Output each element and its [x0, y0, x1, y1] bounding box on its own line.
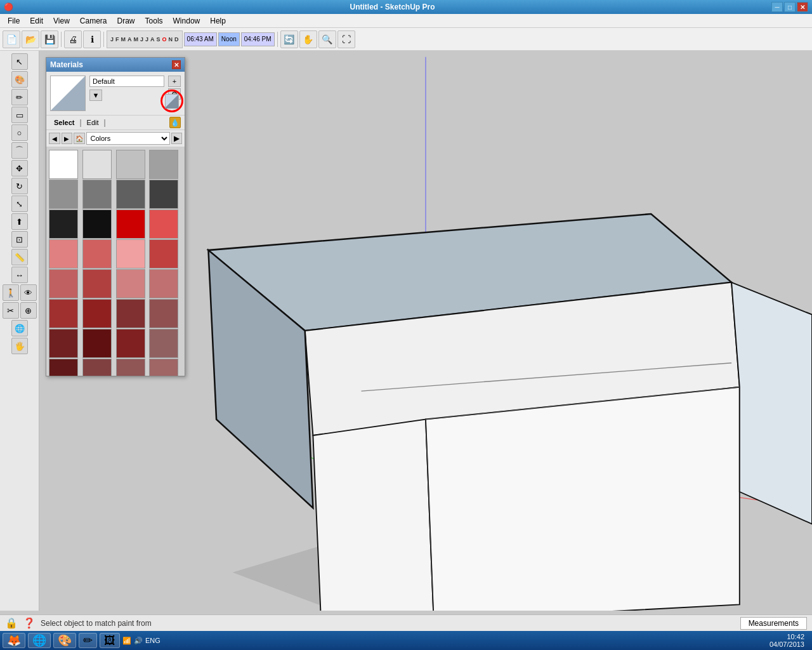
taskbar-app4[interactable]: 🖼	[100, 633, 120, 648]
color-swatch-11[interactable]	[149, 209, 178, 239]
sun-position-strip: J F M A M J J A S O N D	[107, 30, 183, 48]
model-info-button[interactable]: ℹ	[83, 30, 101, 48]
paint-tool[interactable]: 🎨	[11, 71, 28, 88]
menu-tools[interactable]: Tools	[140, 15, 168, 27]
circle-tool[interactable]: ○	[11, 124, 28, 141]
start-button[interactable]: 🦊	[3, 633, 25, 648]
svg-marker-8	[313, 420, 433, 611]
offset-tool[interactable]: ⊡	[11, 231, 28, 248]
color-swatch-23[interactable]	[149, 299, 178, 328]
taskbar-app2[interactable]: 🎨	[53, 633, 76, 648]
create-material-btn[interactable]: +	[168, 76, 181, 87]
color-swatch-10[interactable]	[116, 209, 145, 239]
orbit-tool[interactable]: 🌐	[11, 320, 28, 336]
save-button[interactable]: 💾	[41, 30, 58, 48]
category-select[interactable]: Colors Asphalt and Concrete Brick and Cl…	[86, 132, 170, 145]
zoom-extent-button[interactable]: ⛶	[337, 30, 355, 48]
add-to-model-button[interactable]: ▶	[171, 133, 183, 144]
canvas-area[interactable]: Materials ✕ ▼ + ⚙	[39, 51, 812, 611]
sample-paint-button[interactable]: 💧	[169, 117, 181, 128]
color-swatch-31[interactable]	[149, 359, 178, 376]
material-options-btn[interactable]: ⚙	[168, 88, 181, 100]
mat-menu-btn[interactable]: ▼	[89, 90, 102, 101]
color-swatch-6[interactable]	[116, 180, 145, 209]
open-button[interactable]: 📂	[22, 30, 39, 48]
arc-tool[interactable]: ⌒	[11, 142, 28, 159]
color-swatch-28[interactable]	[49, 359, 78, 376]
time-noon-display: Noon	[218, 32, 240, 46]
move-tool[interactable]: ✥	[11, 160, 28, 176]
color-swatch-12[interactable]	[49, 239, 78, 269]
color-swatch-16[interactable]	[49, 269, 78, 298]
color-swatch-27[interactable]	[149, 329, 178, 358]
color-swatch-30[interactable]	[116, 359, 145, 376]
scale-tool[interactable]: ⤡	[11, 196, 28, 212]
color-swatch-18[interactable]	[116, 269, 145, 298]
color-swatch-8[interactable]	[49, 209, 78, 239]
axes-tool[interactable]: ⊕	[20, 302, 37, 319]
color-swatch-13[interactable]	[82, 239, 112, 269]
color-swatch-15[interactable]	[149, 239, 178, 269]
menu-help[interactable]: Help	[205, 15, 231, 27]
color-swatch-25[interactable]	[82, 329, 112, 358]
color-swatch-19[interactable]	[149, 269, 178, 298]
tape-measure-tool[interactable]: 📏	[11, 249, 28, 265]
minimize-button[interactable]: ─	[771, 2, 783, 12]
status-icon-2[interactable]: ❓	[23, 617, 36, 629]
select-tool[interactable]: ↖	[11, 53, 28, 70]
color-swatch-3[interactable]	[149, 150, 178, 179]
nav-back-button[interactable]: ◀	[49, 133, 60, 144]
orbit-button[interactable]: 🔄	[280, 30, 298, 48]
menu-view[interactable]: View	[48, 15, 75, 27]
erase-tool[interactable]: ✏	[11, 89, 28, 105]
select-tab[interactable]: Select	[50, 117, 78, 128]
walk-tool[interactable]: 🚶	[3, 284, 19, 301]
color-swatch-20[interactable]	[49, 299, 78, 328]
nav-home-button[interactable]: 🏠	[74, 133, 85, 144]
taskbar-clock: 10:42 04/07/2013	[769, 633, 809, 648]
tray-volume: 🔊	[134, 637, 143, 645]
pan-button[interactable]: ✋	[299, 30, 317, 48]
color-swatch-21[interactable]	[82, 299, 112, 328]
nav-forward-button[interactable]: ▶	[62, 133, 73, 144]
maximize-button[interactable]: □	[784, 2, 796, 12]
print-button[interactable]: 🖨	[64, 30, 82, 48]
status-icon-1[interactable]: 🔒	[5, 617, 18, 629]
edit-tab[interactable]: Edit	[83, 117, 103, 128]
push-pull-tool[interactable]: ⬆	[11, 213, 28, 230]
dimension-tool[interactable]: ↔	[11, 267, 28, 283]
taskbar-app3[interactable]: ✏	[79, 633, 97, 648]
menu-draw[interactable]: Draw	[112, 15, 140, 27]
section-plane-tool[interactable]: ✂	[3, 302, 19, 319]
new-button[interactable]: 📄	[3, 30, 20, 48]
material-name-input[interactable]	[89, 76, 164, 87]
zoom-button[interactable]: 🔍	[318, 30, 336, 48]
tool-pair-2: ✂ ⊕	[3, 302, 37, 319]
menu-file[interactable]: File	[3, 15, 25, 27]
color-swatch-26[interactable]	[116, 329, 145, 358]
close-button[interactable]: ✕	[797, 2, 808, 12]
color-swatch-17[interactable]	[82, 269, 112, 298]
menu-edit[interactable]: Edit	[25, 15, 48, 27]
color-swatch-0[interactable]	[49, 150, 78, 179]
color-swatch-4[interactable]	[49, 180, 78, 209]
menu-camera[interactable]: Camera	[75, 15, 112, 27]
rectangle-tool[interactable]: ▭	[11, 107, 28, 123]
materials-close-button[interactable]: ✕	[172, 60, 181, 69]
color-swatch-7[interactable]	[149, 180, 178, 209]
color-swatch-22[interactable]	[116, 299, 145, 328]
tab-separator: |	[79, 118, 81, 127]
color-swatch-1[interactable]	[82, 150, 112, 179]
color-swatch-9[interactable]	[82, 209, 112, 239]
pan-view-tool[interactable]: 🖐	[11, 338, 28, 354]
color-swatch-29[interactable]	[82, 359, 112, 376]
month-o: O	[162, 36, 167, 43]
rotate-tool[interactable]: ↻	[11, 178, 28, 194]
color-swatch-14[interactable]	[116, 239, 145, 269]
menu-window[interactable]: Window	[168, 15, 206, 27]
color-swatch-5[interactable]	[82, 180, 112, 209]
look-around-tool[interactable]: 👁	[20, 284, 37, 301]
taskbar-browser[interactable]: 🌐	[28, 633, 51, 648]
color-swatch-24[interactable]	[49, 329, 78, 358]
color-swatch-2[interactable]	[116, 150, 145, 179]
